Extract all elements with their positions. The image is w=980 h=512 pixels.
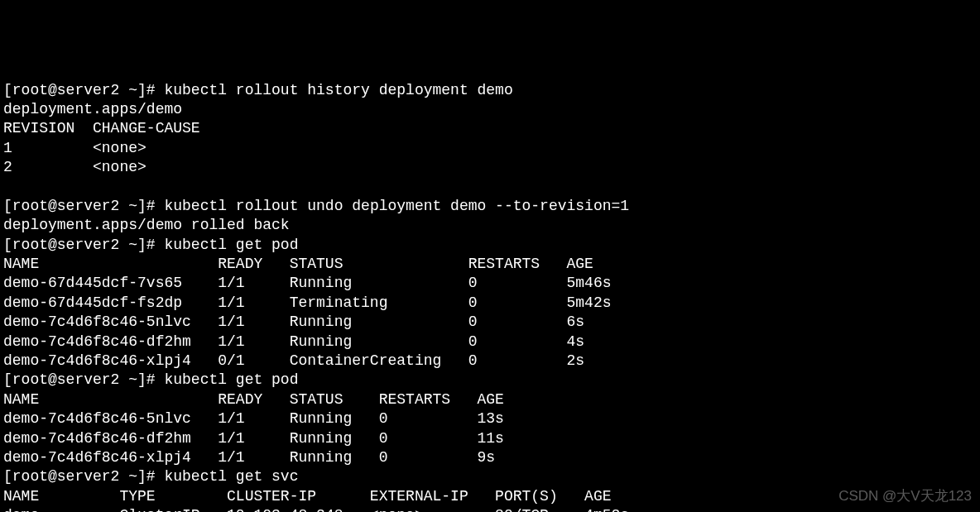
svc-row: demo ClusterIP 10.103.48.248 <none> 80/T… [3, 507, 629, 512]
pod-row: demo-7c4d6f8c46-xlpj4 0/1 ContainerCreat… [3, 352, 584, 369]
command-5: kubectl get svc [164, 468, 298, 485]
command-4: kubectl get pod [164, 371, 298, 388]
history-row: 2 <none> [3, 159, 147, 175]
output-line: deployment.apps/demo rolled back [3, 217, 290, 233]
prompt: [root@server2 ~]# [3, 198, 164, 214]
pod-row: demo-7c4d6f8c46-xlpj4 1/1 Running 0 9s [3, 449, 495, 466]
pods-header: NAME READY STATUS RESTARTS AGE [3, 391, 504, 408]
svc-header: NAME TYPE CLUSTER-IP EXTERNAL-IP PORT(S)… [3, 488, 612, 505]
pods-header: NAME READY STATUS RESTARTS AGE [3, 256, 593, 272]
pod-row: demo-7c4d6f8c46-df2hm 1/1 Running 0 4s [3, 333, 584, 350]
watermark: CSDN @大V天龙123 [838, 487, 972, 505]
pod-row: demo-7c4d6f8c46-5nlvc 1/1 Running 0 6s [3, 313, 584, 330]
pod-row: demo-67d445dcf-7vs65 1/1 Running 0 5m46s [3, 275, 612, 291]
prompt: [root@server2 ~]# [3, 468, 164, 485]
history-header: REVISION CHANGE-CAUSE [3, 120, 200, 136]
pod-row: demo-7c4d6f8c46-df2hm 1/1 Running 0 11s [3, 430, 504, 447]
command-2: kubectl rollout undo deployment demo --t… [164, 198, 629, 214]
pod-row: demo-67d445dcf-fs2dp 1/1 Terminating 0 5… [3, 294, 612, 311]
prompt: [root@server2 ~]# [3, 371, 164, 388]
pod-row: demo-7c4d6f8c46-5nlvc 1/1 Running 0 13s [3, 410, 504, 427]
output-line: deployment.apps/demo [3, 101, 182, 117]
command-1: kubectl rollout history deployment demo [164, 82, 512, 98]
prompt: [root@server2 ~]# [3, 82, 164, 98]
command-3: kubectl get pod [164, 237, 298, 253]
prompt: [root@server2 ~]# [3, 237, 164, 253]
history-row: 1 <none> [3, 140, 147, 156]
terminal-output: [root@server2 ~]# kubectl rollout histor… [3, 81, 977, 512]
